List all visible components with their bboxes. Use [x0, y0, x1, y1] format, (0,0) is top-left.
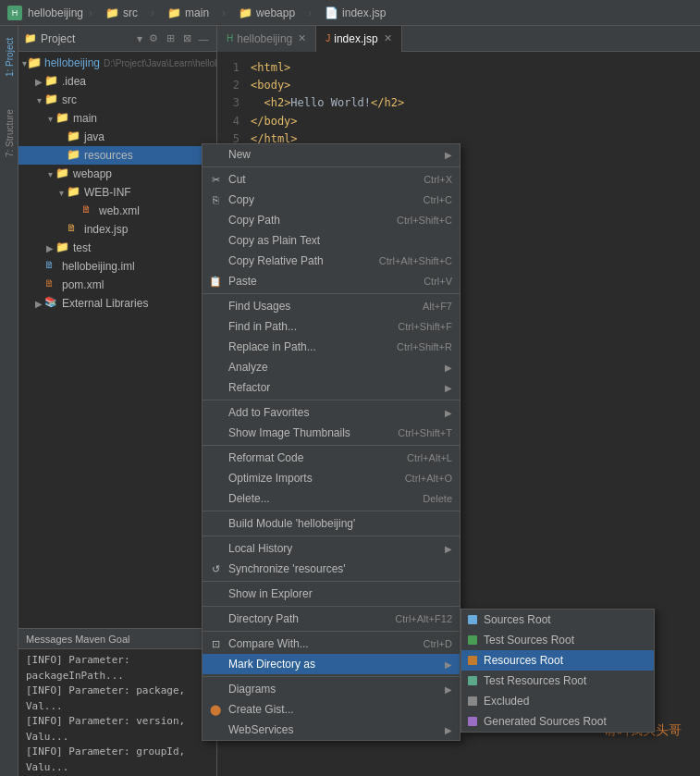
menu-thumbnails[interactable]: Show Image Thumbnails Ctrl+Shift+T [203, 423, 460, 443]
tree-arrow-webapp: ▾ [44, 169, 55, 179]
menu-analyze[interactable]: Analyze ▶ [203, 357, 460, 377]
menu-paste[interactable]: 📋 Paste Ctrl+V [203, 271, 460, 291]
bottom-panel: Messages Maven Goal [INFO] Parameter: pa… [18, 628, 216, 776]
tab-close-hellobeijing[interactable]: ✕ [298, 32, 306, 44]
arrow-mark-dir: ▶ [445, 659, 452, 670]
tree-src[interactable]: ▾ 📁 src [18, 91, 216, 109]
breadcrumb-indexjsp[interactable]: 📄 index.jsp [317, 5, 393, 21]
submenu-resources-root[interactable]: Resources Root [461, 650, 654, 671]
menu-find-path[interactable]: Find in Path... Ctrl+Shift+F [203, 316, 460, 337]
menu-copy-path[interactable]: Copy Path Ctrl+Shift+C [203, 210, 460, 230]
tree-webxml[interactable]: 🗎 web.xml [18, 202, 216, 220]
menu-local-history[interactable]: Local History ▶ [203, 538, 460, 559]
tree-label-extlibs: External Libraries [62, 297, 148, 310]
tab-label-hellobeijing: hellobeijing [237, 32, 292, 45]
menu-replace-path[interactable]: Replace in Path... Ctrl+Shift+R [203, 337, 460, 357]
file-icon-iml: 🗎 [44, 259, 59, 274]
label-resources-root: Resources Root [484, 654, 563, 667]
editor-tabs: H hellobeijing ✕ J index.jsp ✕ [217, 26, 700, 52]
submenu-excluded[interactable]: Excluded [461, 691, 654, 711]
left-sidebar-icons: 1: Project 7: Structure [0, 26, 18, 776]
menu-refactor[interactable]: Refactor ▶ [203, 377, 460, 398]
tab-close-indexjsp[interactable]: ✕ [384, 32, 392, 44]
file-icon-webxml: 🗎 [81, 203, 96, 218]
code-line-1: <html> [251, 59, 700, 77]
menu-copy[interactable]: ⎘ Copy Ctrl+C [203, 190, 460, 210]
code-area[interactable]: <html> <body> <h2>Hello World!</h2> </bo… [251, 59, 700, 148]
arrow-webservices: ▶ [445, 725, 452, 735]
expand-btn[interactable]: ⊞ [163, 31, 178, 46]
line-num-2: 2 [217, 77, 239, 94]
panel-dropdown-arrow[interactable]: ▾ [137, 32, 142, 45]
root-path: D:\Project\Java\Learn\hellobeijing [104, 58, 216, 68]
settings-btn[interactable]: ⚙ [146, 31, 161, 46]
folder-icon-webinf: 📁 [67, 185, 81, 200]
arrow-history: ▶ [445, 544, 452, 554]
submenu-test-resources-root[interactable]: Test Resources Root [461, 671, 654, 691]
icon-generated-sources-root [465, 714, 480, 729]
tab-indexjsp[interactable]: J index.jsp ✕ [316, 26, 401, 52]
breadcrumb-main[interactable]: 📁 main [160, 5, 216, 21]
gear-btn[interactable]: ⊠ [179, 31, 194, 46]
tree-webinf[interactable]: ▾ 📁 WEB-INF [18, 183, 216, 202]
menu-mark-dir[interactable]: Mark Directory as ▶ [203, 654, 460, 674]
submenu-sources-root[interactable]: Sources Root [461, 610, 654, 630]
tree-iml[interactable]: 🗎 hellobeijing.iml [18, 257, 216, 276]
tree-webapp[interactable]: ▾ 📁 webapp [18, 165, 216, 183]
submenu-generated-sources-root[interactable]: Generated Sources Root [461, 711, 654, 732]
icon-compare: ⊡ [208, 636, 223, 651]
tree-resources[interactable]: 📁 resources [18, 146, 216, 165]
menu-show-explorer[interactable]: Show in Explorer [203, 584, 460, 604]
tab-hellobeijing[interactable]: H hellobeijing ✕ [217, 26, 316, 52]
tree-label-src: src [62, 93, 77, 106]
tree-label-indexjsp: index.jsp [84, 223, 128, 236]
close-panel-btn[interactable]: — [196, 31, 211, 46]
menu-create-gist[interactable]: ⬤ Create Gist... [203, 699, 460, 720]
menu-dir-path[interactable]: Directory Path Ctrl+Alt+F12 [203, 609, 460, 629]
menu-new[interactable]: New ▶ [203, 144, 460, 165]
app-title: hellobeijing [28, 6, 83, 19]
file-icon-indexjsp: 🗎 [67, 222, 81, 237]
tree-test[interactable]: ▶ 📁 test [18, 239, 216, 257]
sep-6 [203, 536, 460, 536]
arrow-refactor: ▶ [445, 383, 452, 393]
tree-pom[interactable]: 🗎 pom.xml [18, 276, 216, 294]
code-line-3: <h2>Hello World!</h2> [251, 94, 700, 112]
icon-paste: 📋 [208, 274, 223, 289]
log-line-2: [INFO] Parameter: version, Valu... [26, 714, 209, 745]
tree-main[interactable]: ▾ 📁 main [18, 109, 216, 128]
icon-test-resources-root [465, 673, 480, 688]
menu-compare[interactable]: ⊡ Compare With... Ctrl+D [203, 634, 460, 654]
menu-webservices[interactable]: WebServices ▶ [203, 720, 460, 740]
menu-build-module[interactable]: Build Module 'hellobeijing' [203, 513, 460, 534]
menu-add-favorites[interactable]: Add to Favorites ▶ [203, 402, 460, 423]
sidebar-tab-structure[interactable]: 7: Structure [1, 105, 18, 161]
breadcrumb-webapp[interactable]: 📁 webapp [231, 5, 302, 21]
menu-cut[interactable]: ✂ Cut Ctrl+X [203, 169, 460, 190]
tree-label-main: main [73, 112, 97, 125]
icon-copy: ⎘ [208, 192, 223, 207]
tree-indexjsp[interactable]: 🗎 index.jsp [18, 220, 216, 239]
menu-delete[interactable]: Delete... Delete [203, 488, 460, 509]
log-line-0: [INFO] Parameter: packageInPath... [26, 653, 209, 684]
panel-title: Project [41, 32, 133, 45]
menu-synchronize[interactable]: ↺ Synchronize 'resources' [203, 559, 460, 579]
menu-find-usages[interactable]: Find Usages Alt+F7 [203, 296, 460, 316]
menu-copy-plain[interactable]: Copy as Plain Text [203, 230, 460, 251]
menu-reformat[interactable]: Reformat Code Ctrl+Alt+L [203, 448, 460, 468]
tree-arrow-main: ▾ [44, 114, 55, 124]
tree-extlibs[interactable]: ▶ 📚 External Libraries [18, 294, 216, 313]
label-excluded: Excluded [484, 695, 529, 708]
tree-root[interactable]: ▾ 📁 hellobeijing D:\Project\Java\Learn\h… [18, 54, 216, 72]
submenu-test-sources-root[interactable]: Test Sources Root [461, 630, 654, 650]
menu-copy-relative[interactable]: Copy Relative Path Ctrl+Alt+Shift+C [203, 251, 460, 271]
line-numbers: 1 2 3 4 5 [217, 59, 245, 148]
tree-label-resources: resources [84, 149, 133, 162]
breadcrumb-src[interactable]: 📁 src [98, 5, 145, 21]
sidebar-tab-project[interactable]: 1: Project [1, 30, 18, 85]
tree-java[interactable]: 📁 java [18, 128, 216, 146]
sep-10 [203, 676, 460, 677]
menu-optimize[interactable]: Optimize Imports Ctrl+Alt+O [203, 468, 460, 488]
menu-diagrams[interactable]: Diagrams ▶ [203, 679, 460, 699]
tree-idea[interactable]: ▶ 📁 .idea [18, 72, 216, 91]
